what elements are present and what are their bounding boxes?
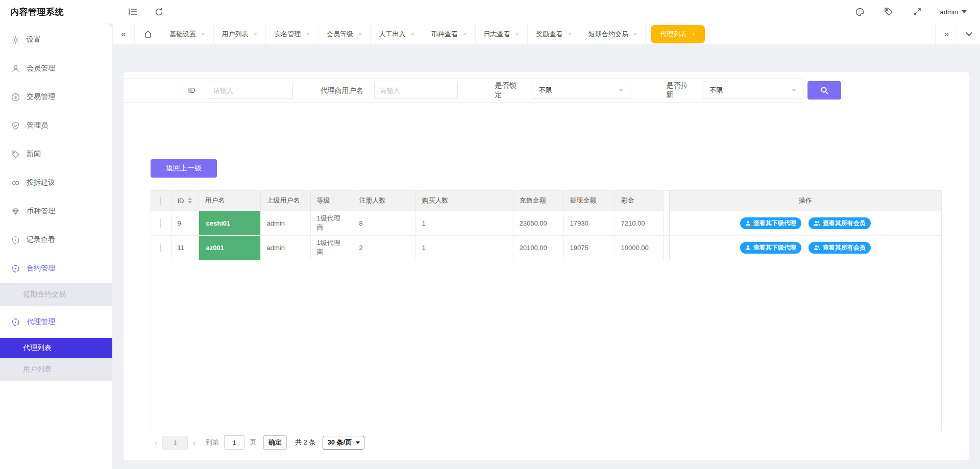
refresh-icon[interactable]	[153, 6, 164, 17]
tab-member-level[interactable]: 会员等级×	[318, 23, 371, 44]
sidebar-item-label: 记录查看	[27, 235, 55, 244]
goto-page-label: 到第	[206, 438, 219, 447]
view-all-members-button[interactable]: 查看其所有会员	[808, 242, 871, 254]
lock-filter-select[interactable]: 不限	[532, 82, 630, 99]
tab-currency-view[interactable]: 币种查看×	[423, 23, 476, 44]
tab-manual-io[interactable]: 人工出入×	[371, 23, 423, 44]
cell-parent: admin	[260, 235, 310, 260]
sidebar-subitem-label: 代理列表	[23, 343, 52, 353]
tab-close-icon[interactable]: ×	[201, 30, 205, 38]
sidebar-subitem-label: 短期合约交易	[23, 290, 66, 299]
top-header: 内容管理系统 admin	[0, 0, 980, 23]
sidebar-item-records[interactable]: 记录查看	[0, 226, 112, 254]
lock-filter-label: 是否锁定	[495, 81, 523, 100]
filter-row: ID 代理商用户名 是否锁定 不限 是否拉新 不限	[124, 78, 803, 103]
sidebar-item-label: 投拆建议	[27, 178, 55, 187]
view-sub-agents-button[interactable]: 查看其下级代理	[740, 242, 801, 254]
collapse-menu-icon[interactable]	[128, 6, 139, 17]
sidebar-subitem-label: 用户列表	[23, 365, 52, 374]
cell-buyers: 1	[415, 235, 513, 260]
tab-close-icon[interactable]: ×	[568, 30, 572, 38]
tag-icon[interactable]	[883, 6, 894, 17]
sidebar-item-label: 管理员	[27, 121, 48, 130]
tab-user-list[interactable]: 用户列表×	[214, 23, 266, 44]
row-checkbox[interactable]	[160, 219, 161, 228]
tab-close-icon[interactable]: ×	[516, 30, 520, 38]
prev-page-icon[interactable]: ‹	[151, 438, 161, 447]
next-page-icon[interactable]: ›	[189, 438, 200, 447]
col-header-bonus: 彩金	[615, 191, 663, 211]
sidebar-item-currencies[interactable]: 币种管理	[0, 197, 112, 226]
home-tab[interactable]	[135, 23, 161, 44]
cell-withdraw: 17930	[564, 211, 615, 235]
view-all-members-button[interactable]: 查看其所有会员	[808, 217, 871, 229]
tab-close-icon[interactable]: ×	[410, 30, 414, 38]
sidebar-subitem-agent-list[interactable]: 代理列表	[0, 338, 112, 358]
tab-close-icon[interactable]: ×	[358, 30, 362, 38]
cell-username: ceshi01	[199, 211, 260, 235]
sidebar-item-transactions[interactable]: $ 交易管理	[0, 83, 112, 111]
goto-page-input[interactable]	[224, 435, 244, 450]
sidebar-subitem-user-list[interactable]: 用户列表	[0, 358, 112, 381]
tabs-scroll-left-icon[interactable]: «	[112, 23, 135, 44]
cell-bonus: 7210.00	[615, 211, 663, 235]
tab-short-term-contracts[interactable]: 短期合约交易×	[580, 23, 646, 44]
row-checkbox[interactable]	[160, 243, 161, 252]
agents-table: ID 用户名 上级用户名 等级 注册人数 购买人数 充值金额 提现金额 彩金 操…	[151, 190, 942, 431]
tab-real-name[interactable]: 实名管理×	[266, 23, 318, 44]
id-filter-input[interactable]	[208, 82, 293, 99]
pagination: ‹ 1 › 到第 页 确定 共 2 条 30 条/页	[151, 434, 364, 451]
sidebar-item-news[interactable]: 新闻	[0, 140, 112, 168]
col-header-registered: 注册人数	[353, 191, 415, 211]
content-card: ID 代理商用户名 是否锁定 不限 是否拉新 不限 返回上一级 ID	[124, 72, 969, 460]
tab-close-icon[interactable]: ×	[692, 30, 696, 38]
tab-agent-list-active[interactable]: 代理列表×	[651, 25, 705, 43]
tab-close-icon[interactable]: ×	[633, 30, 638, 38]
sidebar-item-label: 合约管理	[27, 264, 55, 273]
goto-confirm-button[interactable]: 确定	[263, 435, 287, 450]
cell-username: az001	[199, 236, 260, 260]
total-count-label: 共 2 条	[295, 438, 315, 447]
sidebar-item-feedback[interactable]: 投拆建议	[0, 168, 112, 197]
cell-level: 1级代理商	[310, 211, 353, 235]
sidebar-item-contracts[interactable]: 合约管理	[0, 254, 112, 283]
sidebar: 设置 会员管理 $ 交易管理 管理员 新闻 投拆建议 币种管理 记录查看 合约管…	[0, 23, 112, 469]
id-filter-label: ID	[124, 86, 195, 94]
cell-bonus: 10000.00	[615, 235, 663, 260]
tab-basic-settings[interactable]: 基础设置×	[161, 23, 214, 44]
view-sub-agents-button[interactable]: 查看其下级代理	[740, 217, 801, 229]
user-caret-icon	[962, 10, 967, 13]
sidebar-item-label: 代理管理	[27, 317, 55, 327]
select-all-checkbox[interactable]	[160, 196, 161, 205]
sidebar-item-admins[interactable]: 管理员	[0, 111, 112, 140]
tab-close-icon[interactable]: ×	[306, 30, 310, 38]
user-name: admin	[940, 8, 958, 16]
palette-icon[interactable]	[854, 6, 866, 17]
tabs-menu-icon[interactable]	[958, 23, 980, 44]
page-size-select[interactable]: 30 条/页	[323, 436, 364, 450]
cell-buyers: 1	[415, 211, 513, 235]
back-to-parent-button[interactable]: 返回上一级	[151, 159, 217, 178]
sidebar-item-settings[interactable]: 设置	[0, 26, 112, 54]
pull-filter-select[interactable]: 不限	[703, 82, 803, 99]
tabs-scroll-right-icon[interactable]: »	[935, 23, 958, 44]
fullscreen-icon[interactable]	[912, 6, 923, 17]
search-button[interactable]	[807, 81, 841, 100]
agent-username-filter-input[interactable]	[374, 82, 458, 99]
sidebar-item-agents[interactable]: 代理管理	[0, 306, 112, 338]
tab-log-view[interactable]: 日志查看×	[476, 23, 528, 44]
col-header-actions: 操作	[669, 191, 941, 211]
sidebar-item-members[interactable]: 会员管理	[0, 54, 112, 83]
col-header-id: ID	[178, 197, 184, 205]
sort-id-icon[interactable]	[188, 198, 192, 204]
user-menu[interactable]: admin	[940, 8, 967, 16]
col-header-username: 用户名	[199, 191, 260, 211]
tab-close-icon[interactable]: ×	[463, 30, 467, 38]
pull-filter-label: 是否拉新	[666, 81, 694, 100]
tab-reward-view[interactable]: 奖励查看×	[528, 23, 580, 44]
tab-close-icon[interactable]: ×	[254, 30, 258, 38]
sidebar-subitem-short-term-contracts[interactable]: 短期合约交易	[0, 283, 112, 306]
col-header-level: 等级	[310, 191, 353, 211]
home-icon	[144, 30, 152, 38]
current-page[interactable]: 1	[162, 436, 188, 450]
